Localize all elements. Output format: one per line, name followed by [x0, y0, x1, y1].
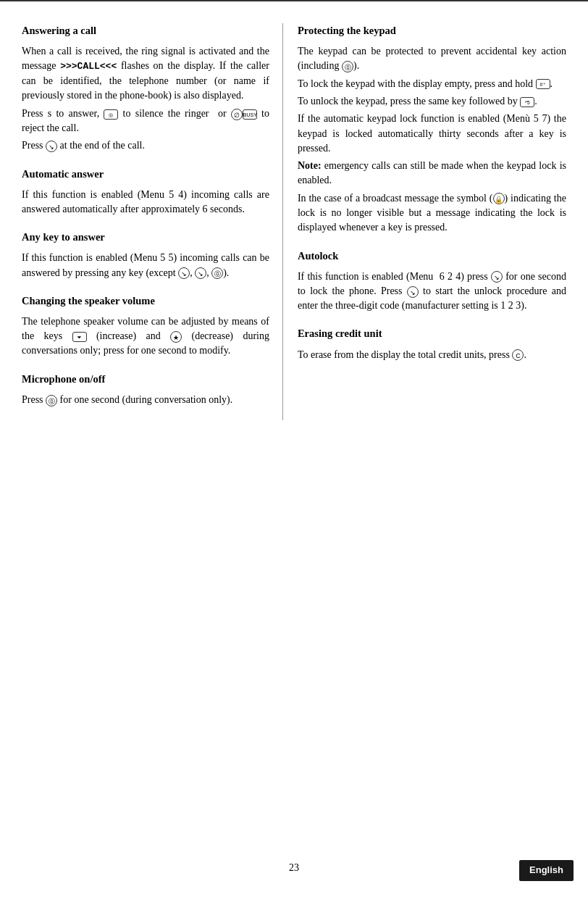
protecting-para-2: To lock the keypad with the display empt… — [298, 77, 566, 91]
answering-para-2: Press s to answer, ◎ to silence the ring… — [22, 107, 269, 136]
section-answering-a-call: Answering a call When a call is received… — [22, 23, 269, 154]
automatic-para-1: If this function is enabled (Menu 5 4) i… — [22, 188, 269, 217]
section-title-anykey: Any key to answer — [22, 230, 269, 245]
mic-icon: ⓪ — [46, 395, 57, 406]
answering-para-1: When a call is received, the ring signal… — [22, 44, 269, 104]
section-body-automatic: If this function is enabled (Menu 5 4) i… — [22, 188, 269, 217]
section-erasing-credit: Erasing credit unit To erase from the di… — [298, 326, 566, 362]
note-label: Note: — [298, 160, 322, 171]
c-button-icon: C — [512, 349, 524, 361]
protecting-para-1: The keypad can be protected to prevent a… — [298, 44, 566, 74]
section-title-volume: Changing the speaker volume — [22, 293, 269, 309]
section-protecting-keypad: Protecting the keypad The keypad can be … — [298, 23, 566, 235]
left-column: Answering a call When a call is received… — [22, 23, 283, 420]
section-title-autolock: Autolock — [298, 249, 566, 264]
section-body-volume: The telephone speaker volume can be adju… — [22, 314, 269, 359]
star5-icon: *5 — [520, 97, 534, 107]
section-microphone: Microphone on/off Press ⓪ for one second… — [22, 372, 269, 407]
protecting-para-5: Note: emergency calls can still be made … — [298, 159, 566, 188]
busy-icon: ∅ — [231, 109, 243, 120]
end-call-icon: ↘ — [46, 141, 57, 152]
page-container: Answering a call When a call is received… — [0, 0, 588, 897]
section-title-erasing: Erasing credit unit — [298, 326, 566, 341]
voring-icon: ◎ — [104, 109, 118, 120]
section-body-microphone: Press ⓪ for one second (during conversat… — [22, 393, 269, 407]
english-badge: English — [519, 860, 574, 881]
increase-key-icon: ⏷ — [72, 332, 87, 342]
lock-symbol-icon: 🔒 — [493, 193, 505, 204]
section-autolock: Autolock If this function is enabled (Me… — [298, 249, 566, 314]
autolock-end-icon: ↘ — [491, 271, 503, 283]
right-column: Protecting the keypad The keypad can be … — [283, 23, 566, 420]
section-title-protecting: Protecting the keypad — [298, 23, 566, 38]
end-icon-1: ↘ — [178, 267, 190, 279]
section-any-key: Any key to answer If this function is en… — [22, 230, 269, 280]
answering-para-3: Press ↘ at the end of the call. — [22, 138, 269, 153]
autolock-start-icon: ↘ — [407, 286, 419, 298]
content-area: Answering a call When a call is received… — [0, 1, 588, 464]
erasing-para-1: To erase from the display the total cred… — [298, 348, 566, 362]
microphone-para-1: Press ⓪ for one second (during conversat… — [22, 393, 269, 407]
protecting-para-6: In the case of a broadcast message the s… — [298, 191, 566, 235]
section-body-protecting: The keypad can be protected to prevent a… — [298, 44, 566, 235]
hashplus-icon: #⁺ — [536, 79, 550, 89]
zero-icon: ⓪ — [211, 267, 223, 279]
section-body-autolock: If this function is enabled (Menu 6 2 4)… — [298, 270, 566, 314]
section-body-anykey: If this function is enabled (Menu 5 5) i… — [22, 251, 269, 280]
zero-protect-icon: ⓪ — [342, 61, 353, 72]
decrease-key-icon: ★ — [170, 331, 182, 343]
section-title-automatic: Automatic answer — [22, 167, 269, 182]
protecting-para-3: To unlock the keypad, press the same key… — [298, 94, 566, 109]
section-title-microphone: Microphone on/off — [22, 372, 269, 387]
end-icon-2: ↘ — [195, 267, 206, 279]
section-speaker-volume: Changing the speaker volume The telephon… — [22, 293, 269, 359]
volume-para-1: The telephone speaker volume can be adju… — [22, 314, 269, 359]
busy-rect-icon: BUSY — [243, 109, 257, 120]
section-title-answering: Answering a call — [22, 23, 269, 38]
section-body-answering: When a call is received, the ring signal… — [22, 44, 269, 154]
page-number: 23 — [0, 861, 588, 875]
anykey-para-1: If this function is enabled (Menu 5 5) i… — [22, 251, 269, 280]
autolock-para-1: If this function is enabled (Menu 6 2 4)… — [298, 270, 566, 314]
page-footer: 23 — [0, 861, 588, 875]
section-automatic-answer: Automatic answer If this function is ena… — [22, 167, 269, 217]
protecting-para-4: If the automatic keypad lock function is… — [298, 112, 566, 156]
call-text: >>>CALL<<< — [60, 61, 117, 72]
section-body-erasing: To erase from the display the total cred… — [298, 348, 566, 362]
